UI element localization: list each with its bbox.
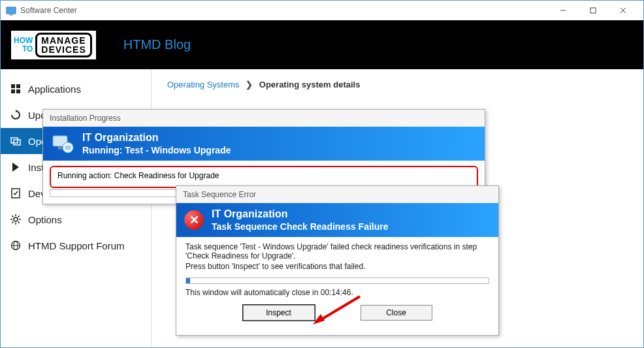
svg-point-13 bbox=[14, 217, 18, 221]
breadcrumb: Operating Systems ❯ Operating system det… bbox=[167, 80, 628, 89]
chevron-right-icon: ❯ bbox=[246, 80, 253, 89]
sidebar-item-label: HTMD Support Forum bbox=[28, 240, 125, 251]
globe-icon bbox=[10, 240, 22, 251]
svg-rect-7 bbox=[16, 84, 20, 88]
breadcrumb-current: Operating system details bbox=[259, 80, 361, 89]
status-icon bbox=[10, 161, 22, 173]
svg-rect-10 bbox=[11, 138, 18, 143]
titlebar: Software Center bbox=[1, 1, 643, 20]
sidebar-item-label: Options bbox=[28, 214, 62, 225]
svg-rect-6 bbox=[11, 84, 15, 88]
task-subtitle: Running: Test - Windows Upgrade bbox=[82, 145, 231, 155]
updates-icon bbox=[10, 109, 22, 121]
svg-rect-3 bbox=[590, 8, 596, 13]
dialog-header: ✕ IT Organization Task Sequence Check Re… bbox=[176, 203, 498, 237]
svg-line-18 bbox=[12, 215, 13, 217]
sidebar-item-applications[interactable]: Applications bbox=[1, 76, 151, 102]
brand-title: HTMD Blog bbox=[123, 37, 191, 52]
os-icon bbox=[10, 135, 22, 147]
brand-logo: HOW TO MANAGE DEVICES bbox=[10, 29, 97, 61]
breadcrumb-link[interactable]: Operating Systems bbox=[167, 80, 240, 89]
svg-rect-9 bbox=[16, 89, 20, 93]
org-name: IT Organization bbox=[212, 208, 389, 220]
maximize-button[interactable] bbox=[578, 1, 608, 20]
compliance-icon bbox=[10, 187, 22, 199]
software-center-window: Software Center HOW TO MANAGE DEVICES HT… bbox=[0, 0, 644, 348]
dialog-body: Task sequence 'Test - Windows Upgrade' f… bbox=[176, 237, 498, 335]
svg-line-21 bbox=[18, 215, 20, 217]
app-icon bbox=[6, 5, 16, 16]
error-subtitle: Task Sequence Check Readiness Failure bbox=[212, 221, 389, 232]
svg-rect-1 bbox=[9, 14, 13, 16]
task-sequence-error-dialog: Task Sequence Error ✕ IT Organization Ta… bbox=[176, 185, 499, 336]
svg-rect-0 bbox=[7, 7, 16, 14]
brand-banner: HOW TO MANAGE DEVICES HTMD Blog bbox=[1, 20, 643, 69]
apps-icon bbox=[10, 83, 22, 95]
dialog-title: Installation Progress bbox=[43, 110, 485, 127]
countdown-text: This window will automatically close in … bbox=[185, 288, 489, 297]
sidebar-item-support-forum[interactable]: HTMD Support Forum bbox=[1, 232, 151, 259]
running-action-highlight: Running action: Check Readiness for Upgr… bbox=[50, 166, 478, 188]
minimize-button[interactable] bbox=[548, 1, 578, 20]
svg-rect-8 bbox=[11, 89, 15, 93]
close-button[interactable] bbox=[608, 1, 638, 20]
window-title: Software Center bbox=[20, 6, 77, 15]
error-message-line: Press button 'Inspect' to see verificati… bbox=[185, 262, 489, 271]
svg-line-19 bbox=[18, 222, 20, 223]
svg-line-20 bbox=[12, 222, 13, 223]
inspect-button[interactable]: Inspect bbox=[243, 305, 315, 321]
dialog-title: Task Sequence Error bbox=[176, 186, 498, 203]
error-message-line: Task sequence 'Test - Windows Upgrade' f… bbox=[185, 242, 489, 261]
close-button[interactable]: Close bbox=[361, 305, 432, 321]
svg-rect-11 bbox=[14, 140, 20, 145]
org-name: IT Organization bbox=[82, 132, 231, 144]
countdown-progress-bar bbox=[185, 277, 489, 284]
svg-rect-26 bbox=[58, 147, 62, 150]
svg-rect-28 bbox=[65, 146, 71, 150]
dialog-header: IT Organization Running: Test - Windows … bbox=[43, 127, 485, 161]
sidebar-item-options[interactable]: Options bbox=[1, 206, 151, 232]
system-icon bbox=[51, 132, 74, 155]
sidebar-item-label: Applications bbox=[28, 84, 81, 95]
error-icon: ✕ bbox=[184, 210, 204, 230]
gear-icon bbox=[10, 214, 22, 225]
